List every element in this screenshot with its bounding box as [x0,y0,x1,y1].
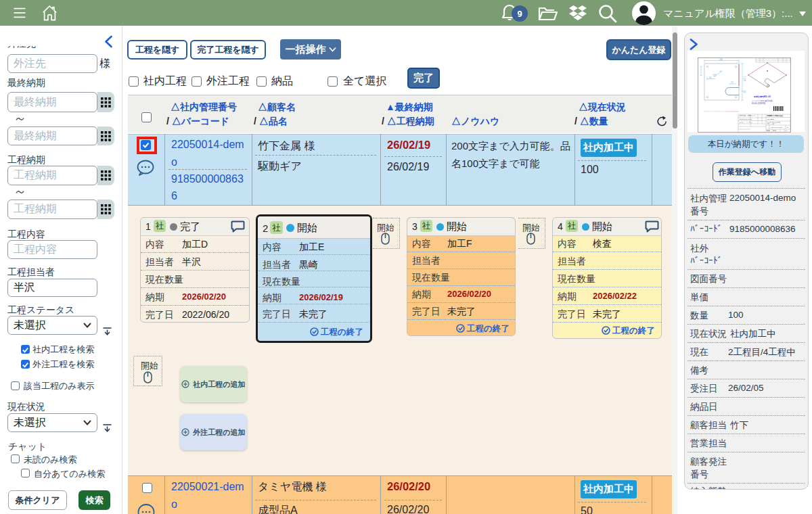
svg-text:エコー・アンカー: エコー・アンカー [740,122,753,124]
svg-text:SE-005P-swap: SE-005P-swap [771,126,783,128]
svg-text:85: 85 [743,91,746,93]
svg-text:瑞穂電子工業株式会社: 瑞穂電子工業株式会社 [767,114,784,117]
svg-text:35: 35 [709,76,712,79]
svg-text:1,135: 1,135 [743,76,746,82]
svg-text:承認: 承認 [773,129,776,132]
svg-text:受発注管理NO.-03: 受発注管理NO.-03 [753,95,771,98]
svg-text:検図: 検図 [767,130,770,132]
svg-text:75: 75 [731,81,734,84]
svg-text:260: 260 [719,58,723,61]
svg-text:LS4-50SL: LS4-50SL [767,118,775,120]
svg-text:62-45-22(NYB): 62-45-22(NYB) [752,102,765,105]
svg-text:発行日時・工事コード: 発行日時・工事コード [739,114,757,117]
svg-text:ø5: ø5 [720,70,723,73]
svg-text:2023/05/23 12:30: 2023/05/23 12:30 [740,118,752,120]
